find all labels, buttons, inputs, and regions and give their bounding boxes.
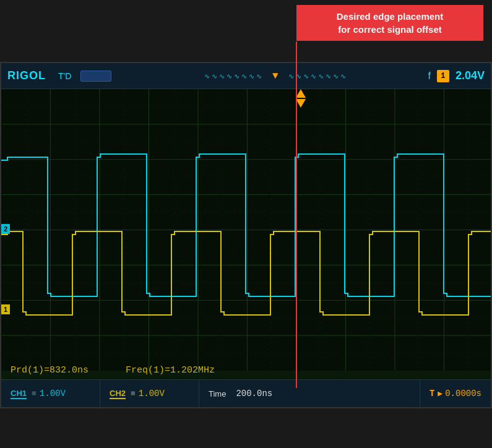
header-voltage: 2.04V <box>455 69 485 82</box>
scope-footer: CH1 ≡ 1.00V CH2 ≡ 1.00V Time 200.0ns T ▶… <box>1 379 491 407</box>
trigger-value: 0.0000s <box>445 389 481 398</box>
annotation-box: Desired edge placement for correct signa… <box>296 5 483 41</box>
trigger-marker <box>296 89 306 108</box>
ch1-label: CH1 <box>11 389 27 399</box>
footer-ch1-section: CH1 ≡ 1.00V <box>1 380 100 407</box>
prd-measurement: Prd(1)=832.0ns <box>11 365 88 376</box>
time-label: Time <box>209 389 226 398</box>
scope-screen: RIGOL T'D ∿∿∿∿∿∿∿∿ ▼ ∿∿∿∿∿∿∿∿ f 1 2.04V <box>0 62 492 408</box>
ch2-channel-marker: 2 <box>1 224 10 234</box>
header-ch-badge: 1 <box>437 70 449 82</box>
header-right: f 1 2.04V <box>428 69 485 82</box>
ch2-label: CH2 <box>110 389 126 399</box>
footer-time-section: Time 200.0ns <box>199 380 420 407</box>
header-f-icon: f <box>428 71 431 82</box>
measurements-bar: Prd(1)=832.0ns Freq(1)=1.202MHz <box>1 361 491 379</box>
header-mode: T'D <box>58 71 71 81</box>
rigol-logo: RIGOL <box>7 69 46 82</box>
annotation-text-2: for correct signal offset <box>338 24 442 35</box>
trigger-arrow-up <box>296 89 306 98</box>
ch2-value: 1.00V <box>139 389 165 398</box>
footer-trigger-section: T ▶ 0.0000s <box>420 380 491 407</box>
header-buffer-icon <box>80 71 111 82</box>
trigger-arrow-down <box>296 99 306 108</box>
ch1-value: 1.00V <box>40 389 66 398</box>
scope-header: RIGOL T'D ∿∿∿∿∿∿∿∿ ▼ ∿∿∿∿∿∿∿∿ f 1 2.04V <box>1 63 491 89</box>
time-value: 200.0ns <box>236 389 272 398</box>
header-wavy: ∿∿∿∿∿∿∿∿ ▼ ∿∿∿∿∿∿∿∿ <box>124 71 428 82</box>
freq-measurement: Freq(1)=1.202MHz <box>126 365 215 376</box>
annotation-text: Desired edge placement <box>337 11 444 22</box>
ch1-channel-marker: 1 <box>1 304 10 314</box>
trigger-t-label: T <box>429 389 434 398</box>
trigger-position-icon: ▼ <box>272 71 280 82</box>
annotation-area: Desired edge placement for correct signa… <box>0 0 492 62</box>
footer-ch2-section: CH2 ≡ 1.00V <box>100 380 199 407</box>
grid-svg <box>1 89 492 371</box>
annotation-line <box>296 41 297 388</box>
